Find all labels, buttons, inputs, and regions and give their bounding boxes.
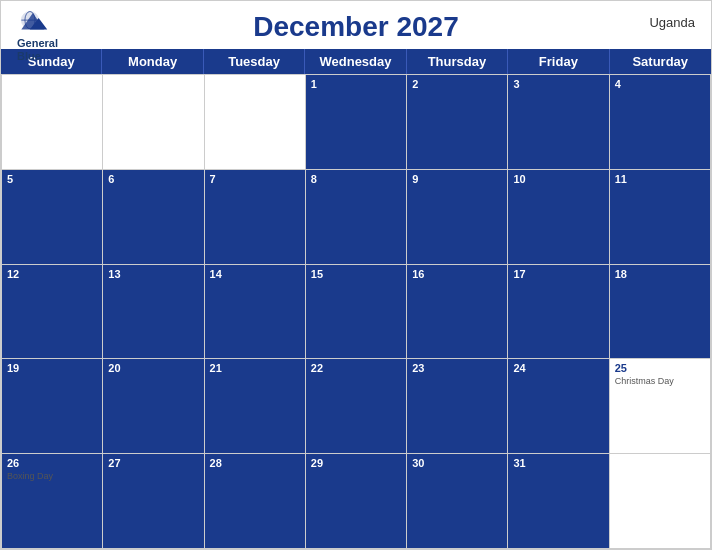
day-cell: 12: [2, 265, 103, 360]
day-number: 6: [108, 173, 198, 185]
calendar-container: General Blue December 2027 Uganda Sunday…: [0, 0, 712, 550]
day-number: 23: [412, 362, 502, 374]
day-cell: [610, 454, 711, 549]
day-number: 25: [615, 362, 705, 374]
day-cell: 4: [610, 75, 711, 170]
day-cell: [205, 75, 306, 170]
day-number: 15: [311, 268, 401, 280]
logo-area: General Blue: [17, 9, 58, 63]
day-cell: 13: [103, 265, 204, 360]
day-number: 30: [412, 457, 502, 469]
day-header-wednesday: Wednesday: [305, 49, 406, 74]
day-cell: 28: [205, 454, 306, 549]
month-title: December 2027: [253, 11, 458, 43]
day-number: 5: [7, 173, 97, 185]
day-cell: 24: [508, 359, 609, 454]
day-cell: 11: [610, 170, 711, 265]
day-cell: 31: [508, 454, 609, 549]
day-number: 3: [513, 78, 603, 90]
day-cell: 21: [205, 359, 306, 454]
day-cell: 29: [306, 454, 407, 549]
day-cell: 10: [508, 170, 609, 265]
day-number: 19: [7, 362, 97, 374]
day-cell: 22: [306, 359, 407, 454]
day-cell: 14: [205, 265, 306, 360]
day-cell: 15: [306, 265, 407, 360]
day-cell: 8: [306, 170, 407, 265]
day-number: 29: [311, 457, 401, 469]
day-number: 22: [311, 362, 401, 374]
day-header-tuesday: Tuesday: [204, 49, 305, 74]
day-cell: 19: [2, 359, 103, 454]
day-cell: 30: [407, 454, 508, 549]
day-cell: 25Christmas Day: [610, 359, 711, 454]
logo-sub-text: Blue: [17, 50, 41, 63]
day-number: 1: [311, 78, 401, 90]
day-number: 14: [210, 268, 300, 280]
day-number: 8: [311, 173, 401, 185]
day-cell: 18: [610, 265, 711, 360]
day-number: 21: [210, 362, 300, 374]
day-header-saturday: Saturday: [610, 49, 711, 74]
day-number: 2: [412, 78, 502, 90]
day-cell: 5: [2, 170, 103, 265]
day-cell: 16: [407, 265, 508, 360]
day-cell: 6: [103, 170, 204, 265]
day-cell: 26Boxing Day: [2, 454, 103, 549]
day-number: 20: [108, 362, 198, 374]
calendar-header: General Blue December 2027 Uganda: [1, 1, 711, 49]
day-number: 12: [7, 268, 97, 280]
day-number: 9: [412, 173, 502, 185]
day-number: 18: [615, 268, 705, 280]
day-number: 10: [513, 173, 603, 185]
country-label: Uganda: [649, 15, 695, 30]
day-number: 27: [108, 457, 198, 469]
day-number: 28: [210, 457, 300, 469]
day-number: 11: [615, 173, 705, 185]
day-number: 16: [412, 268, 502, 280]
day-cell: 27: [103, 454, 204, 549]
day-cell: 2: [407, 75, 508, 170]
day-cell: [103, 75, 204, 170]
day-cell: 7: [205, 170, 306, 265]
day-cell: [2, 75, 103, 170]
day-number: 31: [513, 457, 603, 469]
day-number: 26: [7, 457, 97, 469]
day-header-monday: Monday: [102, 49, 203, 74]
day-number: 24: [513, 362, 603, 374]
day-header-thursday: Thursday: [407, 49, 508, 74]
days-header: Sunday Monday Tuesday Wednesday Thursday…: [1, 49, 711, 74]
day-cell: 23: [407, 359, 508, 454]
day-cell: 9: [407, 170, 508, 265]
day-cell: 3: [508, 75, 609, 170]
day-cell: 20: [103, 359, 204, 454]
logo-brand-text: General: [17, 37, 58, 50]
generalblue-logo-icon: [17, 9, 53, 37]
holiday-label: Christmas Day: [615, 376, 705, 386]
day-number: 17: [513, 268, 603, 280]
day-header-friday: Friday: [508, 49, 609, 74]
day-number: 4: [615, 78, 705, 90]
day-number: 7: [210, 173, 300, 185]
holiday-label: Boxing Day: [7, 471, 97, 481]
day-cell: 1: [306, 75, 407, 170]
day-cell: 17: [508, 265, 609, 360]
day-number: 13: [108, 268, 198, 280]
calendar-grid: 1234567891011121314151617181920212223242…: [1, 74, 711, 549]
